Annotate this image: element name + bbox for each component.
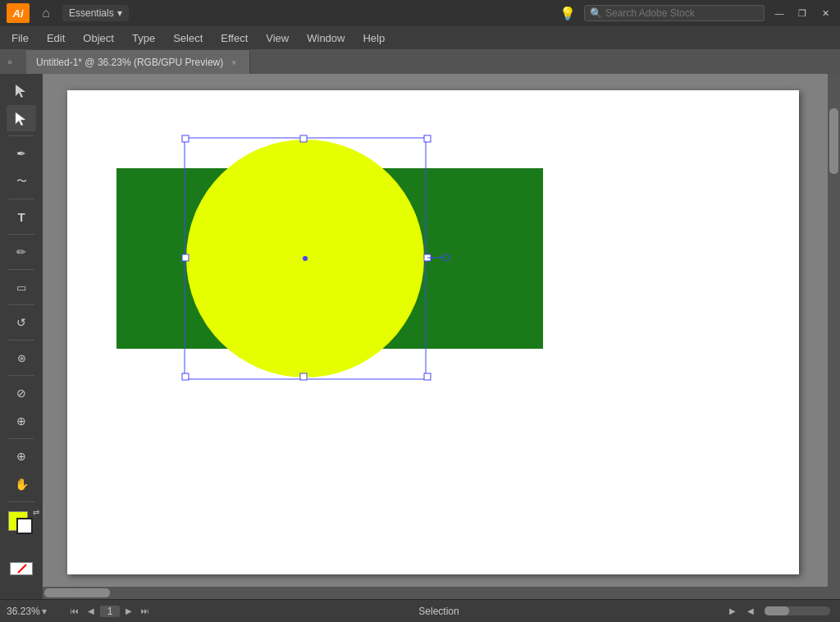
menu-window[interactable]: Window — [299, 29, 353, 48]
menu-view[interactable]: View — [258, 29, 297, 48]
tab-title: Untitled-1* @ 36.23% (RGB/GPU Preview) — [36, 57, 223, 68]
maximize-button[interactable]: ❐ — [794, 5, 810, 21]
tool-separator-1 — [8, 135, 34, 136]
status-bar: 36.23% ▾ ⏮ ◀ 1 ▶ ⏭ Selection ▶ ◀ — [0, 599, 840, 622]
status-tool-text: Selection — [156, 606, 722, 617]
canvas-container[interactable] — [43, 74, 840, 599]
none-icon[interactable] — [10, 562, 33, 575]
menu-select[interactable]: Select — [165, 29, 211, 48]
menu-bar: File Edit Object Type Select Effect View… — [0, 26, 840, 49]
menu-effect[interactable]: Effect — [212, 29, 256, 48]
menu-edit[interactable]: Edit — [39, 29, 73, 48]
minimize-button[interactable]: — — [771, 5, 788, 21]
svg-rect-8 — [182, 254, 189, 261]
close-button[interactable]: ✕ — [817, 5, 833, 21]
pencil-tool-button[interactable]: ✏ — [7, 239, 36, 265]
svg-marker-0 — [16, 85, 25, 98]
horizontal-scrollbar[interactable] — [43, 587, 828, 599]
svg-rect-10 — [182, 373, 189, 380]
vertical-scrollbar[interactable] — [828, 74, 840, 599]
svg-rect-11 — [300, 373, 307, 380]
color-boxes: ⇄ — [5, 511, 38, 541]
nav-first-button[interactable]: ⏮ — [67, 604, 82, 619]
rectangle-tool-button[interactable]: ▭ — [7, 274, 36, 300]
blend-tool-button[interactable]: ⊛ — [7, 345, 36, 371]
search-input[interactable] — [605, 7, 753, 19]
menu-object[interactable]: Object — [75, 29, 122, 48]
swap-colors-icon[interactable]: ⇄ — [33, 508, 39, 517]
selection-tool-button[interactable] — [7, 77, 36, 103]
hand-tool-button[interactable]: ✋ — [7, 471, 36, 497]
document-tab[interactable]: Untitled-1* @ 36.23% (RGB/GPU Preview) × — [26, 49, 250, 74]
puppet-warp-tool-button[interactable]: ⊕ — [7, 408, 36, 434]
tool-separator-7 — [8, 375, 34, 376]
svg-rect-5 — [182, 135, 189, 142]
zoom-display: 36.23% ▾ — [7, 606, 64, 617]
svg-rect-7 — [424, 135, 431, 142]
title-bar: Ai ⌂ Essentials ▾ 💡 🔍 — ❐ ✕ — [0, 0, 840, 26]
chevron-down-icon: ▾ — [117, 7, 122, 19]
nav-next-button[interactable]: ▶ — [121, 604, 136, 619]
toolbar: ✒ 〜 T ✏ ▭ ↺ ⊛ ⊘ ⊕ ⊕ ✋ ⇄ — [0, 74, 43, 599]
tool-separator-6 — [8, 340, 34, 341]
artboard-navigation: ⏮ ◀ 1 ▶ ⏭ — [67, 604, 153, 619]
menu-file[interactable]: File — [3, 29, 37, 48]
main-layout: ✒ 〜 T ✏ ▭ ↺ ⊛ ⊘ ⊕ ⊕ ✋ ⇄ — [0, 74, 840, 599]
vertical-scroll-thumb[interactable] — [829, 108, 838, 174]
tool-separator-2 — [8, 199, 34, 199]
tab-close-button[interactable]: × — [228, 57, 240, 68]
svg-marker-1 — [16, 112, 25, 126]
menu-help[interactable]: Help — [354, 29, 393, 48]
play-prev-button[interactable]: ◀ — [743, 604, 758, 619]
type-tool-button[interactable]: T — [7, 204, 36, 230]
nav-prev-button[interactable]: ◀ — [84, 604, 98, 619]
home-button[interactable]: ⌂ — [36, 3, 56, 23]
eyedropper-tool-button[interactable]: ⊘ — [7, 380, 36, 406]
nav-last-button[interactable]: ⏭ — [138, 604, 153, 619]
zoom-tool-button[interactable]: ⊕ — [7, 443, 36, 469]
play-next-button[interactable]: ▶ — [725, 604, 740, 619]
menu-type[interactable]: Type — [124, 29, 163, 48]
light-bulb-button[interactable]: 💡 — [558, 3, 578, 23]
search-icon: 🔍 — [590, 7, 602, 19]
direct-selection-tool-button[interactable] — [7, 105, 36, 131]
collapse-panel-button[interactable]: » — [0, 49, 20, 74]
double-chevron-icon: » — [7, 57, 12, 66]
zoom-dropdown-button[interactable]: ▾ — [42, 606, 47, 617]
tool-separator-9 — [8, 501, 34, 502]
svg-rect-12 — [424, 373, 431, 380]
tool-separator-5 — [8, 304, 34, 305]
workspace-label: Essentials — [69, 7, 114, 19]
tab-bar: » Untitled-1* @ 36.23% (RGB/GPU Preview)… — [0, 49, 840, 74]
workspace-switcher[interactable]: Essentials ▾ — [62, 5, 129, 21]
svg-point-13 — [303, 256, 308, 261]
curvature-tool-button[interactable]: 〜 — [7, 168, 36, 194]
horizontal-scroll-thumb[interactable] — [44, 588, 110, 597]
tool-separator-3 — [8, 234, 34, 235]
svg-rect-6 — [300, 135, 307, 142]
tool-separator-8 — [8, 438, 34, 439]
search-box: 🔍 — [584, 5, 765, 21]
tool-separator-4 — [8, 269, 34, 270]
rotate-tool-button[interactable]: ↺ — [7, 309, 36, 336]
artboard — [67, 90, 799, 574]
status-scroll-track — [765, 606, 830, 615]
status-scroll-thumb[interactable] — [765, 606, 789, 615]
canvas-svg — [67, 90, 799, 574]
artboard-number-input[interactable]: 1 — [100, 606, 120, 617]
zoom-value: 36.23% — [7, 606, 40, 617]
ai-logo: Ai — [7, 3, 30, 23]
stroke-color-box[interactable] — [16, 518, 33, 534]
pen-tool-button[interactable]: ✒ — [7, 140, 36, 167]
